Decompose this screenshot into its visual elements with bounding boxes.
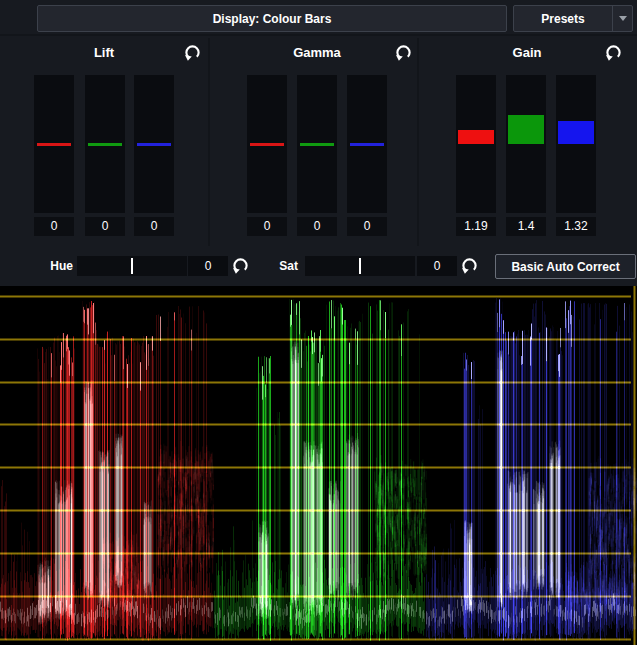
hue-value[interactable]: 0 — [188, 256, 228, 276]
gamma-blue-slider[interactable] — [347, 75, 387, 213]
gain-blue-slider[interactable] — [556, 75, 596, 213]
basic-auto-correct-button[interactable]: Basic Auto Correct — [495, 254, 636, 279]
gain-red-value[interactable]: 1.19 — [456, 217, 496, 236]
gamma-red-handle[interactable] — [250, 143, 284, 146]
section-divider — [208, 38, 210, 246]
gain-red-slider[interactable] — [456, 75, 496, 213]
basic-auto-correct-label: Basic Auto Correct — [511, 260, 619, 274]
gamma-blue-handle[interactable] — [350, 143, 384, 146]
gain-reset-icon[interactable] — [604, 43, 623, 62]
lift-reset-icon[interactable] — [183, 43, 202, 62]
hue-slider[interactable] — [77, 256, 187, 276]
sat-label: Sat — [264, 256, 298, 276]
lift-green-handle[interactable] — [88, 143, 122, 146]
gamma-title: Gamma — [267, 45, 367, 61]
lift-title: Lift — [54, 45, 154, 61]
presets-button[interactable]: Presets — [513, 5, 633, 32]
sat-value[interactable]: 0 — [417, 256, 457, 276]
sat-slider[interactable] — [305, 256, 415, 276]
lift-green-slider[interactable] — [85, 75, 125, 213]
hue-label: Hue — [36, 256, 73, 276]
gamma-reset-icon[interactable] — [394, 43, 413, 62]
lift-red-value[interactable]: 0 — [34, 217, 74, 236]
caret-down-icon — [619, 16, 627, 21]
lift-green-value[interactable]: 0 — [85, 217, 125, 236]
gamma-green-value[interactable]: 0 — [297, 217, 337, 236]
presets-dropdown-segment[interactable] — [612, 6, 632, 31]
gamma-red-value[interactable]: 0 — [247, 217, 287, 236]
gain-green-slider[interactable] — [506, 75, 546, 213]
gain-green-handle[interactable] — [508, 115, 544, 144]
sat-slider-handle[interactable] — [359, 258, 361, 274]
gain-red-handle[interactable] — [458, 130, 494, 144]
gamma-green-handle[interactable] — [300, 143, 334, 146]
lift-blue-value[interactable]: 0 — [134, 217, 174, 236]
colour-correct-panel: Display: Colour Bars Presets Lift Gamma … — [0, 0, 637, 645]
lift-blue-slider[interactable] — [134, 75, 174, 213]
panel-divider — [0, 34, 637, 36]
display-source-label: Display: Colour Bars — [213, 12, 332, 26]
hue-slider-handle[interactable] — [131, 258, 133, 274]
gain-blue-handle[interactable] — [558, 121, 594, 144]
waveform-scope — [0, 286, 637, 645]
gain-title: Gain — [477, 45, 577, 61]
gain-green-value[interactable]: 1.4 — [506, 217, 546, 236]
gamma-green-slider[interactable] — [297, 75, 337, 213]
sat-reset-icon[interactable] — [460, 256, 479, 275]
lift-red-slider[interactable] — [34, 75, 74, 213]
hue-reset-icon[interactable] — [231, 256, 250, 275]
lift-blue-handle[interactable] — [137, 143, 171, 146]
lift-red-handle[interactable] — [37, 143, 71, 146]
gamma-blue-value[interactable]: 0 — [347, 217, 387, 236]
section-divider — [417, 38, 419, 246]
presets-label: Presets — [541, 12, 584, 26]
gamma-red-slider[interactable] — [247, 75, 287, 213]
gain-blue-value[interactable]: 1.32 — [556, 217, 596, 236]
display-source-button[interactable]: Display: Colour Bars — [37, 5, 507, 32]
